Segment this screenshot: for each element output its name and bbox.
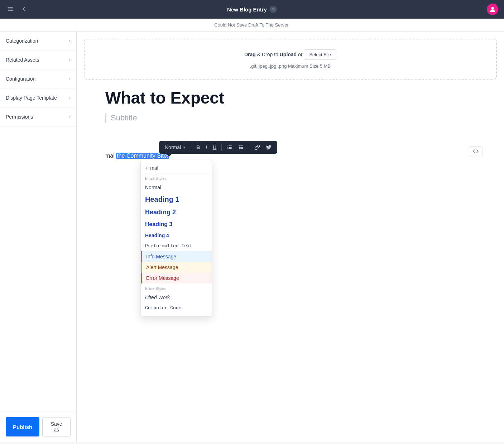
sidebar-item-related-assets[interactable]: Related Assets › bbox=[0, 51, 76, 70]
link-button[interactable] bbox=[252, 143, 262, 152]
subtitle-placeholder[interactable]: Subtitle bbox=[105, 113, 475, 123]
sidebar-toggle-button[interactable] bbox=[6, 4, 15, 15]
user-avatar[interactable] bbox=[487, 4, 498, 15]
sidebar-item-display-page-template[interactable]: Display Page Template › bbox=[0, 89, 76, 108]
upload-zone: Drag & Drop to Upload or Select File .gi… bbox=[84, 39, 497, 80]
chevron-right-icon: › bbox=[69, 114, 71, 120]
toolbar-separator-1 bbox=[191, 144, 191, 151]
style-option-normal[interactable]: Normal bbox=[141, 182, 212, 193]
bold-button[interactable]: B bbox=[194, 143, 202, 152]
code-icon bbox=[473, 149, 479, 153]
style-option-computer-code[interactable]: Computer Code bbox=[141, 303, 212, 313]
style-option-h3[interactable]: Heading 3 bbox=[141, 219, 212, 230]
svg-point-12 bbox=[239, 148, 240, 149]
dropdown-search-input[interactable] bbox=[150, 165, 212, 171]
style-dropdown-trigger[interactable]: Normal ▼ bbox=[163, 143, 188, 152]
underline-button[interactable]: U bbox=[211, 143, 219, 152]
style-dropdown-label: Normal bbox=[165, 144, 181, 150]
save-status-text: Could Not Save Draft To The Server. bbox=[214, 22, 290, 28]
twitter-button[interactable] bbox=[264, 143, 274, 152]
avatar-icon bbox=[489, 6, 496, 13]
svg-rect-6 bbox=[229, 148, 232, 149]
toolbar-separator-3 bbox=[249, 144, 249, 151]
dropdown-caret-icon: ▼ bbox=[182, 145, 186, 149]
svg-point-10 bbox=[239, 145, 240, 147]
code-view-button[interactable] bbox=[469, 146, 483, 157]
toolbar-arrow bbox=[166, 154, 172, 157]
style-option-cited-work[interactable]: Cited Work bbox=[141, 292, 212, 303]
style-option-preformatted[interactable]: Preformatted Text bbox=[141, 241, 212, 251]
style-option-h1[interactable]: Heading 1 bbox=[141, 193, 212, 206]
save-status-bar: Could Not Save Draft To The Server. bbox=[0, 19, 504, 32]
help-icon[interactable]: ? bbox=[270, 6, 277, 13]
sidebar: Categorization › Related Assets › Config… bbox=[0, 32, 77, 442]
upload-zone-text: Drag & Drop to Upload or Select File bbox=[92, 49, 489, 60]
sidebar-item-permissions[interactable]: Permissions › bbox=[0, 108, 76, 126]
publish-button[interactable]: Publish bbox=[6, 417, 39, 436]
svg-text:3: 3 bbox=[227, 148, 228, 149]
chevron-right-icon: › bbox=[69, 38, 71, 44]
ordered-list-button[interactable]: 1 2 3 bbox=[225, 143, 235, 152]
svg-rect-14 bbox=[240, 147, 243, 148]
save-button[interactable]: Save as bbox=[42, 417, 71, 436]
svg-rect-15 bbox=[240, 148, 243, 149]
svg-rect-1 bbox=[8, 9, 13, 9]
style-option-h2[interactable]: Heading 2 bbox=[141, 206, 212, 219]
block-styles-label: Block Styles bbox=[141, 173, 212, 182]
sidebar-items: Categorization › Related Assets › Config… bbox=[0, 32, 76, 411]
unordered-list-button[interactable] bbox=[236, 143, 246, 152]
sidebar-icon bbox=[7, 6, 14, 12]
sidebar-bottom-actions: Publish Save as bbox=[0, 411, 76, 442]
sidebar-item-categorization[interactable]: Categorization › bbox=[0, 32, 76, 51]
style-option-info-message[interactable]: Info Message bbox=[141, 251, 212, 262]
svg-rect-2 bbox=[8, 10, 13, 11]
twitter-icon bbox=[266, 144, 272, 150]
page-title: New Blog Entry bbox=[227, 6, 267, 13]
link-icon bbox=[254, 144, 260, 150]
content-text-prefix: mal bbox=[105, 153, 115, 159]
upload-zone-meta: .gif,.jpeg,.jpg,.png Maximum Size 5 MB bbox=[92, 63, 489, 69]
chevron-right-icon: › bbox=[69, 95, 71, 101]
dropdown-search-row: + bbox=[141, 163, 212, 173]
sidebar-item-configuration[interactable]: Configuration › bbox=[0, 70, 76, 89]
top-nav: New Blog Entry ? bbox=[0, 0, 504, 19]
ordered-list-icon: 1 2 3 bbox=[227, 144, 232, 150]
back-button[interactable] bbox=[19, 4, 29, 15]
style-dropdown-menu: + Block Styles Normal Heading 1 Heading … bbox=[140, 160, 212, 316]
chevron-right-icon: › bbox=[69, 76, 71, 82]
svg-point-3 bbox=[491, 7, 494, 10]
main-layout: Categorization › Related Assets › Config… bbox=[0, 32, 504, 442]
inline-styles-label: Inline Styles bbox=[141, 283, 212, 292]
chevron-right-icon: › bbox=[69, 57, 71, 63]
italic-button[interactable]: I bbox=[203, 143, 209, 152]
svg-rect-4 bbox=[229, 145, 232, 146]
content-text[interactable]: mal the Community Site! bbox=[84, 151, 497, 161]
style-option-h4[interactable]: Heading 4 bbox=[141, 230, 212, 241]
svg-rect-0 bbox=[8, 7, 13, 8]
toolbar-separator-2 bbox=[221, 144, 222, 151]
select-file-button[interactable]: Select File bbox=[304, 49, 336, 60]
content-area: Drag & Drop to Upload or Select File .gi… bbox=[77, 32, 504, 442]
svg-rect-5 bbox=[229, 147, 232, 148]
style-option-error-message[interactable]: Error Message bbox=[141, 273, 212, 283]
blog-title[interactable]: What to Expect bbox=[84, 88, 497, 108]
drag-text: Drag & Drop to Upload or bbox=[244, 52, 304, 57]
subtitle-area: Subtitle bbox=[84, 113, 497, 123]
plus-icon: + bbox=[145, 165, 148, 171]
svg-point-11 bbox=[239, 147, 240, 148]
back-icon bbox=[21, 6, 27, 12]
unordered-list-icon bbox=[238, 144, 244, 150]
style-option-alert-message[interactable]: Alert Message bbox=[141, 262, 212, 273]
svg-rect-13 bbox=[240, 145, 243, 146]
editor-toolbar: Normal ▼ B I U 1 2 3 bbox=[159, 141, 277, 154]
